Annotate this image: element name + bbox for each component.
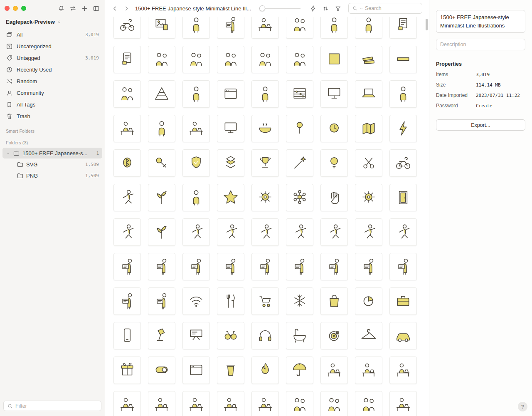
grid-item[interactable] [113, 218, 141, 246]
grid-item[interactable] [389, 218, 417, 246]
grid-item[interactable] [217, 322, 244, 349]
grid-item[interactable] [148, 322, 175, 349]
grid-item[interactable] [148, 218, 175, 246]
chevron-down-icon[interactable] [359, 6, 364, 11]
folder-title-input[interactable]: 1500+ FREE Japanese-style Minimalist Lin… [436, 10, 525, 33]
grid-item[interactable] [389, 322, 417, 349]
filter-icon[interactable] [335, 5, 342, 12]
grid-item[interactable] [355, 149, 382, 177]
grid-item[interactable] [286, 357, 313, 384]
grid-item[interactable] [389, 80, 417, 108]
sidebar-item-community[interactable]: Community [0, 87, 105, 99]
grid-item[interactable] [355, 80, 382, 108]
grid-item[interactable] [355, 322, 382, 349]
grid-item[interactable] [320, 357, 348, 384]
folder-item-svg[interactable]: SVG1,509 [2, 159, 102, 170]
sidebar-item-trash[interactable]: Trash [0, 110, 105, 122]
grid-item[interactable] [251, 391, 279, 416]
grid-item[interactable] [182, 115, 210, 142]
grid-item[interactable] [355, 287, 382, 315]
grid-item[interactable] [286, 184, 313, 211]
grid-item[interactable] [217, 115, 244, 142]
grid-item[interactable] [148, 253, 175, 280]
grid-item[interactable] [320, 391, 348, 416]
grid-item[interactable] [217, 149, 244, 177]
grid-item[interactable] [148, 46, 175, 73]
add-icon[interactable] [81, 5, 88, 12]
search-input[interactable] [365, 5, 419, 11]
grid-item[interactable] [251, 149, 279, 177]
grid-item[interactable] [182, 149, 210, 177]
grid-item[interactable] [182, 253, 210, 280]
grid-item[interactable] [182, 391, 210, 416]
grid-item[interactable] [286, 322, 313, 349]
grid-item[interactable] [251, 115, 279, 142]
grid-item[interactable] [113, 149, 141, 177]
notifications-icon[interactable] [58, 5, 65, 12]
grid-item[interactable] [320, 184, 348, 211]
thumbnail-size-slider[interactable] [259, 5, 300, 11]
grid-item[interactable] [251, 322, 279, 349]
grid-item[interactable] [217, 184, 244, 211]
grid-item[interactable] [182, 218, 210, 246]
grid-item[interactable] [182, 46, 210, 73]
grid-item[interactable] [286, 287, 313, 315]
grid-item[interactable] [217, 80, 244, 108]
maximize-button[interactable] [21, 6, 26, 11]
property-value-link[interactable]: Create [476, 103, 493, 109]
grid-item[interactable] [113, 391, 141, 416]
lightning-icon[interactable] [310, 5, 317, 12]
grid-item[interactable] [113, 287, 141, 315]
sync-icon[interactable] [69, 5, 76, 12]
grid-item[interactable] [148, 391, 175, 416]
grid-item[interactable] [217, 253, 244, 280]
grid-item[interactable] [182, 184, 210, 211]
grid-item[interactable] [113, 80, 141, 108]
grid-item[interactable] [320, 322, 348, 349]
grid-item[interactable] [251, 184, 279, 211]
grid-item[interactable] [182, 357, 210, 384]
grid-item[interactable] [355, 115, 382, 142]
grid-item[interactable] [286, 218, 313, 246]
back-button[interactable] [110, 4, 119, 13]
grid-item[interactable] [286, 149, 313, 177]
sidebar-item-all-tags[interactable]: All Tags [0, 99, 105, 110]
grid-item[interactable] [389, 184, 417, 211]
grid-item[interactable] [251, 80, 279, 108]
minimize-button[interactable] [13, 6, 18, 11]
grid-item[interactable] [148, 80, 175, 108]
grid-item[interactable] [320, 80, 348, 108]
grid-item[interactable] [113, 115, 141, 142]
filter-input[interactable] [15, 403, 98, 409]
grid-item[interactable] [389, 46, 417, 73]
grid-item[interactable] [286, 80, 313, 108]
grid-item[interactable] [113, 357, 141, 384]
grid-item[interactable] [182, 322, 210, 349]
grid-item[interactable] [355, 391, 382, 416]
grid-item[interactable] [286, 46, 313, 73]
grid-item[interactable] [355, 357, 382, 384]
grid-item[interactable] [355, 218, 382, 246]
sidebar-item-all[interactable]: All3,019 [0, 29, 105, 40]
forward-button[interactable] [122, 4, 131, 13]
sidebar-item-recently-used[interactable]: Recently Used [0, 64, 105, 75]
grid-item[interactable] [389, 391, 417, 416]
grid-item[interactable] [389, 115, 417, 142]
sidebar-item-random[interactable]: Random [0, 75, 105, 87]
grid-item[interactable] [320, 287, 348, 315]
sidebar-toggle-icon[interactable] [93, 5, 100, 12]
sidebar-item-untagged[interactable]: Untagged3,019 [0, 52, 105, 64]
grid-item[interactable] [355, 46, 382, 73]
grid-item[interactable] [217, 391, 244, 416]
grid-item[interactable] [113, 253, 141, 280]
grid-item[interactable] [320, 46, 348, 73]
grid-item[interactable] [182, 80, 210, 108]
grid-item[interactable] [286, 253, 313, 280]
grid-item[interactable] [113, 184, 141, 211]
help-button[interactable]: ? [518, 402, 527, 411]
grid-item[interactable] [217, 46, 244, 73]
grid-item[interactable] [251, 253, 279, 280]
grid-item[interactable] [320, 149, 348, 177]
library-switcher[interactable]: Eaglepack-Preview [0, 17, 105, 29]
grid-item[interactable] [217, 218, 244, 246]
